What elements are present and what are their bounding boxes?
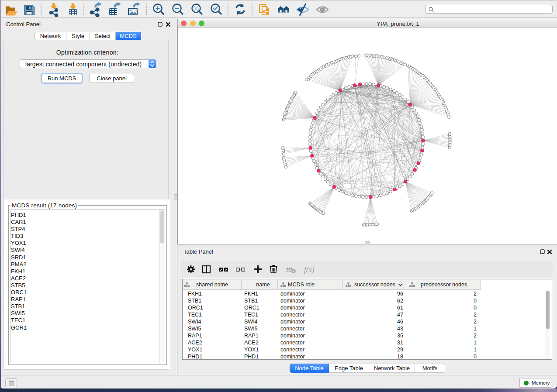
- svg-text:f(x): f(x): [304, 265, 315, 274]
